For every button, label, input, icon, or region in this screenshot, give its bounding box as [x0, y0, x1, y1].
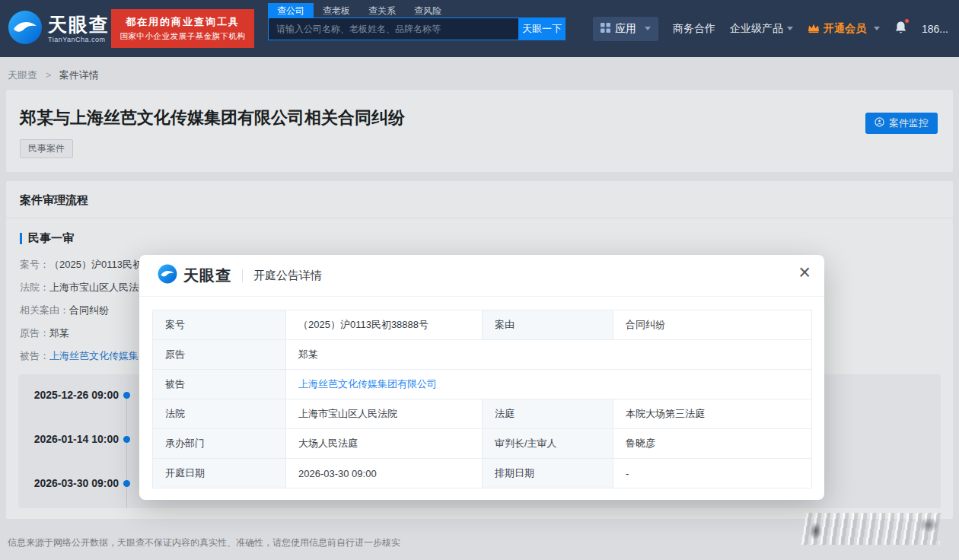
modal-body: 案号 （2025）沪0113民初38888号 案由 合同纠纷 原告 郑某 被告 …: [139, 297, 824, 488]
nav-enterprise-products[interactable]: 企业级产品: [730, 22, 793, 36]
account-phone[interactable]: 186...: [922, 23, 948, 35]
chevron-down-icon: [645, 27, 651, 30]
navbar-right: 应用 商务合作 企业级产品 开通会员: [593, 0, 948, 57]
slogan-line2: 国家中小企业发展子基金旗下机构: [120, 31, 246, 42]
table-row: 开庭日期 2026-03-30 09:00 排期日期 -: [153, 459, 812, 488]
table-row: 法院 上海市宝山区人民法院 法庭 本院大场第三法庭: [153, 399, 812, 429]
modal-brand: 天眼查: [183, 266, 231, 286]
table-row: 被告 上海丝芭文化传媒集团有限公司: [153, 370, 812, 399]
vertical-divider: [242, 269, 243, 282]
tab-search-risk[interactable]: 查风险: [405, 3, 451, 18]
brand-name: 天眼查: [48, 14, 110, 35]
enterprise-label: 企业级产品: [730, 22, 783, 36]
modal-close-button[interactable]: ×: [798, 262, 811, 283]
hearing-detail-table: 案号 （2025）沪0113民初38888号 案由 合同纠纷 原告 郑某 被告 …: [152, 310, 812, 488]
top-navbar: 天眼查 TianYanCha.com 都在用的商业查询工具 国家中小企业发展子基…: [0, 0, 959, 57]
nav-vip-upgrade[interactable]: 开通会员: [808, 22, 880, 36]
search-tabs: 查公司 查老板 查关系 查风险: [268, 3, 566, 18]
slogan-badge: 都在用的商业查询工具 国家中小企业发展子基金旗下机构: [111, 9, 254, 48]
tab-search-relation[interactable]: 查关系: [359, 3, 405, 18]
tianyancha-logo-icon: [158, 264, 177, 287]
table-row: 承办部门 大场人民法庭 审判长/主审人 鲁晓彦: [153, 429, 812, 459]
defendant-company-link[interactable]: 上海丝芭文化传媒集团有限公司: [286, 370, 812, 399]
search-button[interactable]: 天眼一下: [518, 18, 566, 40]
table-row: 案号 （2025）沪0113民初38888号 案由 合同纠纷: [153, 310, 812, 340]
notification-dot: [904, 18, 910, 24]
tab-search-company[interactable]: 查公司: [268, 3, 314, 18]
tab-search-boss[interactable]: 查老板: [314, 3, 359, 18]
modal-header: 天眼查 开庭公告详情 ×: [139, 255, 824, 297]
vip-label: 开通会员: [824, 22, 866, 36]
watermark-smudge: [801, 513, 942, 545]
nav-business-cooperation[interactable]: 商务合作: [673, 22, 715, 36]
tianyancha-logo[interactable]: 天眼查 TianYanCha.com: [8, 10, 110, 48]
chevron-down-icon: [787, 27, 793, 30]
brand-domain: TianYanCha.com: [48, 36, 110, 43]
modal-title: 开庭公告详情: [253, 269, 322, 283]
apps-grid-icon: [601, 23, 610, 35]
search-input[interactable]: [268, 18, 518, 40]
notifications-bell[interactable]: [894, 21, 907, 37]
chevron-down-icon: [874, 27, 880, 30]
hearing-detail-modal: 天眼查 开庭公告详情 × 案号 （2025）沪0113民初38888号 案由 合…: [139, 255, 824, 500]
apps-menu[interactable]: 应用: [593, 17, 658, 41]
crown-icon: [808, 23, 820, 35]
slogan-line1: 都在用的商业查询工具: [126, 15, 240, 29]
apps-label: 应用: [615, 22, 636, 36]
search-area: 查公司 查老板 查关系 查风险 天眼一下: [268, 3, 566, 40]
table-row: 原告 郑某: [153, 340, 812, 370]
tianyancha-logo-icon: [8, 10, 43, 48]
